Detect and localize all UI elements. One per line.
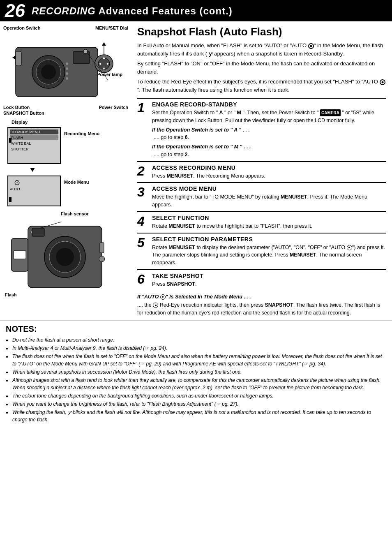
- svg-marker-18: [102, 42, 106, 46]
- step-3-title: ACCESS MODE MENU: [152, 185, 386, 192]
- svg-text:►: ►: [106, 62, 110, 66]
- step-2-content: ACCESS RECORDING MENU Press MENU/SET. Th…: [152, 164, 386, 180]
- svg-point-24: [56, 248, 74, 266]
- svg-point-12: [66, 62, 68, 65]
- page-title: RECORDING Advanced Features (cont.): [32, 4, 233, 17]
- step-3-content: ACCESS MODE MENU Move the highlight bar …: [152, 185, 386, 209]
- step-3-body: Move the highlight bar to "TO MODE MENU"…: [152, 193, 386, 209]
- intro-paragraphs: In Full Auto or Manual mode, when "FLASH…: [137, 42, 386, 94]
- section-title: Snapshot Flash (Auto Flash): [137, 25, 386, 38]
- svg-rect-26: [14, 251, 26, 259]
- if-auto-body: .... the Red-Eye reduction indicator lig…: [137, 301, 386, 317]
- flash-diagram-section: Flash sensor: [3, 211, 128, 301]
- arrow-down-1: [30, 168, 35, 172]
- svg-text:▼: ▼: [102, 67, 106, 71]
- intro-para-1: In Full Auto or Manual mode, when "FLASH…: [137, 42, 386, 58]
- menu-set-dial-label: MENU/SET Dial: [95, 25, 128, 31]
- notes-section: NOTES: Do not fire the flash at a person…: [0, 321, 392, 428]
- step-3: 3 ACCESS MODE MENU Move the highlight ba…: [137, 182, 386, 211]
- step-6-body: Press SNAPSHOT.: [152, 280, 386, 288]
- mode-menu-label: Mode Menu: [64, 176, 89, 185]
- step-6-title: TAKE SNAPSHOT: [152, 273, 386, 279]
- camera-icon: CAMERA: [320, 109, 341, 116]
- step-2: 2 ACCESS RECORDING MENU Press MENU/SET. …: [137, 161, 386, 183]
- step-1-goto-2: .... go to step 2.: [152, 151, 386, 159]
- step-5-content: SELECT FUNCTION PARAMETERS Rotate MENU/S…: [152, 236, 386, 267]
- note-item-2: In Multi-Analyser 4 or Multi-Analyser 9,…: [6, 344, 386, 352]
- step-4: 4 SELECT FUNCTION Rotate MENU/SET to mov…: [137, 211, 386, 233]
- note-item-1: Do not fire the flash at a person at sho…: [6, 336, 386, 344]
- lcd-recording-menu: TO MODE MENU FLASH WHITE BAL SHUTTER: [7, 127, 61, 164]
- svg-marker-16: [12, 55, 16, 60]
- flash-camera-svg-element: [3, 218, 118, 300]
- lcd-diagrams-section: Display TO MODE MENU FLASH WHITE BAL SHU…: [7, 120, 128, 206]
- step-4-number: 4: [137, 215, 149, 228]
- svg-point-14: [66, 72, 68, 75]
- notes-list: Do not fire the flash at a person at sho…: [6, 336, 386, 423]
- note-item-3: The flash does not fire when the flash i…: [6, 353, 386, 367]
- svg-rect-4: [73, 51, 90, 64]
- step-5-title: SELECT FUNCTION PARAMETERS: [152, 236, 386, 243]
- power-lamp-label: Power lamp: [97, 72, 122, 77]
- svg-point-19: [83, 49, 88, 53]
- note-item-5: Although images shot with a flash tend t…: [6, 377, 386, 391]
- step-6: 6 TAKE SNAPSHOT Press SNAPSHOT.: [137, 269, 386, 291]
- step-2-title: ACCESS RECORDING MENU: [152, 164, 386, 171]
- notes-title: NOTES:: [6, 324, 386, 334]
- lcd-mode-menu: ⊙ AUTO: [7, 176, 61, 206]
- camera-top-svg: ▲ ▼ ◄ ►: [3, 31, 122, 109]
- left-column: Operation Switch MENU/SET Dial: [0, 21, 131, 321]
- svg-point-15: [66, 77, 68, 80]
- step-1-sub-2: If the Operation Switch is set to " M " …: [152, 143, 386, 151]
- flash-label: Flash: [5, 292, 17, 297]
- svg-text:▲: ▲: [102, 55, 106, 60]
- note-item-7: When you want to change the brightness o…: [6, 400, 386, 408]
- if-auto-section: If "AUTO " Is Selected In The Mode Menu …: [137, 294, 386, 317]
- step-1-sub-1: If the Operation Switch is set to " A " …: [152, 126, 386, 134]
- step-4-body: Rotate MENU/SET to move the highlight ba…: [152, 222, 386, 230]
- mode-menu-diagram: ⊙ AUTO Mode Menu: [7, 176, 89, 206]
- step-1-number: 1: [137, 101, 149, 114]
- step-2-number: 2: [137, 164, 149, 178]
- svg-point-3: [41, 65, 56, 79]
- step-1-goto-6: .... go to step 6.: [152, 134, 386, 141]
- note-item-8: While charging the flash, ƴ blinks and t…: [6, 409, 386, 423]
- camera-top-svg-element: ▲ ▼ ◄ ►: [3, 31, 122, 109]
- recording-menu-label: Recording Menu: [64, 127, 99, 136]
- intro-para-2: By setting "FLASH" to "ON" or "OFF" in t…: [137, 60, 386, 76]
- step-4-content: SELECT FUNCTION Rotate MENU/SET to move …: [152, 215, 386, 230]
- top-camera-diagram: Operation Switch MENU/SET Dial: [3, 25, 128, 116]
- step-4-title: SELECT FUNCTION: [152, 215, 386, 221]
- flash-camera-svg: Flash: [3, 218, 128, 301]
- step-6-number: 6: [137, 273, 149, 286]
- step-1: 1 ENGAGE RECORD-STANDBY Set the Operatio…: [137, 98, 386, 161]
- svg-rect-29: [32, 228, 44, 236]
- svg-rect-30: [100, 243, 104, 253]
- recording-menu-diagram: TO MODE MENU FLASH WHITE BAL SHUTTER Rec…: [7, 127, 99, 164]
- step-6-content: TAKE SNAPSHOT Press SNAPSHOT.: [152, 273, 386, 288]
- intro-para-3: To reduce the Red-Eye effect in the subj…: [137, 78, 386, 94]
- display-label: Display: [12, 120, 28, 125]
- title-italic: RECORDING: [32, 5, 96, 16]
- main-content: Operation Switch MENU/SET Dial: [0, 21, 392, 321]
- step-1-content: ENGAGE RECORD-STANDBY Set the Operation …: [152, 101, 386, 159]
- page-number: 26: [5, 2, 25, 20]
- svg-point-31: [99, 256, 105, 262]
- svg-point-13: [66, 67, 68, 70]
- flash-sensor-label: Flash sensor: [61, 211, 128, 216]
- note-item-6: The colour tone changes depending on the…: [6, 392, 386, 400]
- page-header: 26 RECORDING Advanced Features (cont.): [0, 0, 392, 21]
- operation-switch-label: Operation Switch: [3, 25, 40, 31]
- note-item-4: When taking several snapshots in success…: [6, 368, 386, 376]
- svg-text:◄: ◄: [98, 62, 102, 66]
- step-1-title: ENGAGE RECORD-STANDBY: [152, 101, 386, 108]
- right-column: Snapshot Flash (Auto Flash) In Full Auto…: [131, 21, 392, 321]
- step-2-body: Press MENU/SET. The Recording Menu appea…: [152, 172, 386, 180]
- step-5: 5 SELECT FUNCTION PARAMETERS Rotate MENU…: [137, 233, 386, 269]
- snapshot-button-label: SNAPSHOT Button: [3, 111, 128, 116]
- step-3-number: 3: [137, 185, 149, 199]
- step-5-number: 5: [137, 236, 149, 249]
- if-auto-title: If "AUTO " Is Selected In The Mode Menu …: [137, 294, 386, 300]
- step-1-body: Set the Operation Switch to " A " or " M…: [152, 109, 386, 125]
- title-normal: Advanced Features (cont.): [96, 5, 233, 16]
